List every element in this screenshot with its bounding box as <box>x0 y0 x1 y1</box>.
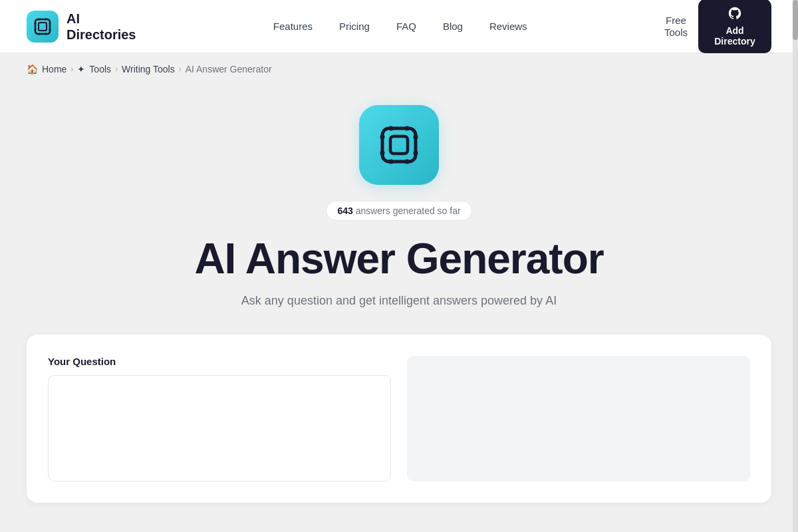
svg-point-8 <box>39 33 41 35</box>
breadcrumb-tools[interactable]: ✦ Tools <box>77 64 111 74</box>
svg-point-4 <box>49 22 51 24</box>
svg-point-17 <box>405 126 410 131</box>
svg-point-9 <box>45 33 47 35</box>
breadcrumb-sep-2: › <box>115 65 118 74</box>
svg-point-7 <box>45 18 47 20</box>
svg-point-18 <box>389 160 394 164</box>
question-label: Your Question <box>48 356 391 367</box>
breadcrumb-sep-3: › <box>179 65 182 74</box>
svg-point-6 <box>39 18 41 20</box>
main-content-card: Your Question <box>27 334 771 503</box>
stats-count: 643 <box>337 205 352 216</box>
svg-rect-10 <box>382 128 416 162</box>
answer-section <box>407 356 750 481</box>
github-button[interactable]: AddDirectory <box>698 0 771 53</box>
breadcrumb: 🏠 Home › ✦ Tools › Writing Tools › AI An… <box>0 53 798 85</box>
github-button-label: AddDirectory <box>714 25 755 47</box>
question-input[interactable] <box>48 375 391 481</box>
github-icon <box>728 6 742 24</box>
nav-features[interactable]: Features <box>263 15 323 37</box>
svg-point-5 <box>49 29 51 31</box>
main-nav: Features Pricing FAQ Blog Reviews <box>263 15 538 37</box>
breadcrumb-home[interactable]: 🏠 Home <box>27 64 66 74</box>
svg-point-2 <box>35 22 37 24</box>
hero-section: 643 answers generated so far AI Answer G… <box>0 85 798 529</box>
app-icon <box>359 105 439 185</box>
logo-text: AI Directories <box>66 11 136 43</box>
free-tools-link[interactable]: FreeTools <box>664 15 688 39</box>
svg-rect-1 <box>39 23 47 31</box>
logo-area: AI Directories <box>27 11 136 43</box>
svg-point-19 <box>405 160 410 164</box>
breadcrumb-writing-tools[interactable]: Writing Tools <box>122 64 175 74</box>
breadcrumb-current: AI Answer Generator <box>186 64 272 74</box>
breadcrumb-sep-1: › <box>70 65 73 74</box>
scrollbar-thumb[interactable] <box>793 0 798 40</box>
hero-title: AI Answer Generator <box>194 234 603 283</box>
svg-point-3 <box>35 29 37 31</box>
hero-subtitle: Ask any question and get intelligent ans… <box>241 294 557 308</box>
nav-blog[interactable]: Blog <box>432 15 473 37</box>
svg-point-16 <box>389 126 394 131</box>
svg-point-12 <box>380 135 385 140</box>
logo-icon <box>27 11 59 43</box>
nav-pricing[interactable]: Pricing <box>329 15 380 37</box>
svg-rect-0 <box>35 19 50 34</box>
header-right: FreeTools AddDirectory <box>664 0 771 53</box>
stats-text: answers generated so far <box>356 205 461 216</box>
nav-faq[interactable]: FAQ <box>386 15 427 37</box>
scrollbar[interactable] <box>793 0 798 532</box>
svg-point-13 <box>380 151 385 156</box>
nav-reviews[interactable]: Reviews <box>479 15 538 37</box>
svg-rect-11 <box>390 136 408 154</box>
svg-point-15 <box>414 151 418 156</box>
tools-icon: ✦ <box>77 64 85 74</box>
home-icon: 🏠 <box>27 64 38 74</box>
header: AI Directories Features Pricing FAQ Blog… <box>0 0 798 53</box>
question-section: Your Question <box>48 356 391 481</box>
svg-point-14 <box>414 135 418 140</box>
stats-badge: 643 answers generated so far <box>326 201 471 221</box>
